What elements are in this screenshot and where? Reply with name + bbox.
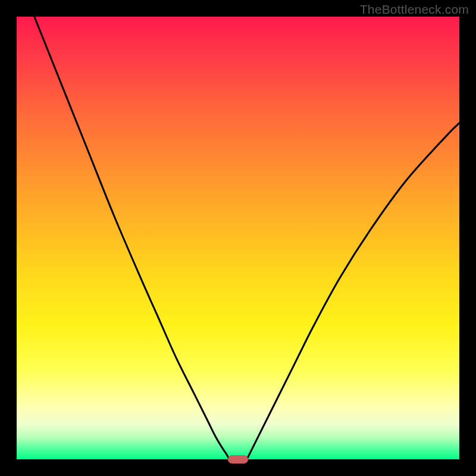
- minimum-marker: [228, 455, 248, 464]
- chart-frame: TheBottleneck.com: [0, 0, 476, 476]
- bottleneck-curve: [17, 17, 459, 459]
- curve-left-branch: [35, 17, 229, 459]
- plot-area: [17, 17, 459, 459]
- watermark-text: TheBottleneck.com: [360, 2, 469, 17]
- curve-right-branch: [247, 123, 459, 459]
